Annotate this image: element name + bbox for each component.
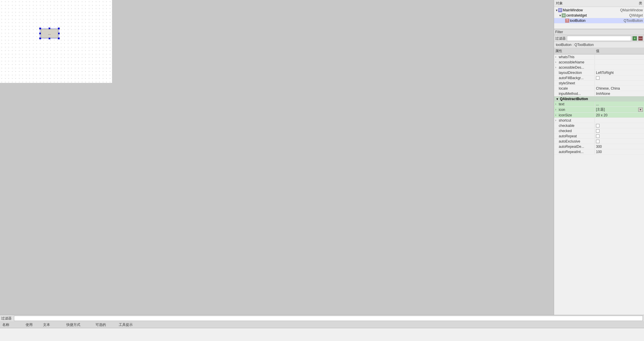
props-title: toolButton : QToolButton <box>554 42 644 48</box>
props-header: 属性 值 <box>554 48 644 54</box>
props-row-accessible-des[interactable]: › accessibleDes... <box>554 65 644 70</box>
canvas-white: ... <box>0 0 112 83</box>
props-name-text: › text <box>554 102 595 106</box>
bottom-filter-row: 过滤器 <box>0 315 644 322</box>
props-name-shortcut: › shortcut <box>554 118 595 123</box>
props-value-style-sheet <box>595 83 644 84</box>
props-row-auto-repeat-int[interactable]: autoRepeatInt... 100 <box>554 149 644 154</box>
bottom-col-text: 文本 <box>42 322 65 327</box>
checkbox-auto-repeat[interactable] <box>596 134 599 138</box>
props-name-accessible-name: › accessibleName <box>554 60 595 65</box>
bottom-filter-input[interactable] <box>14 316 643 321</box>
bottom-col-use: 使用 <box>24 322 42 327</box>
icon-edit-btn[interactable]: ▼ <box>638 108 643 112</box>
checkbox-auto-exclusive[interactable] <box>596 140 599 143</box>
bottom-table: 名称 使用 文本 快捷方式 可选的 工具提示 <box>0 322 644 341</box>
tree-icon-main-window: W <box>558 8 562 12</box>
section-label-abstract-button: QAbstractButton <box>560 97 588 101</box>
props-value-checked <box>595 129 644 133</box>
bottom-col-shortcut: 快捷方式 <box>65 322 94 327</box>
bottom-panel: 过滤器 名称 使用 文本 快捷方式 可选的 工具提示 <box>0 315 644 341</box>
canvas-area: ... <box>0 0 554 315</box>
checkbox-checkable[interactable] <box>596 124 599 127</box>
props-value-auto-exclusive <box>595 139 644 143</box>
props-value-text: ... <box>595 102 644 106</box>
tree-arrow-centralwidget: ▼ <box>559 14 562 17</box>
props-row-whats-this[interactable]: › whatsThis <box>554 54 644 60</box>
props-row-layout-direction[interactable]: layoutDirection LeftToRight <box>554 70 644 75</box>
props-name-auto-repeat-de: autoRepeatDe... <box>554 144 595 149</box>
tree-item-main-window[interactable]: ▼ W MainWindow QMainWindow <box>554 8 644 13</box>
props-value-checkable <box>595 124 644 128</box>
props-row-checkable[interactable]: checkable <box>554 123 644 128</box>
checkbox-checked[interactable] <box>596 129 599 133</box>
props-row-icon-size[interactable]: › iconSize 20 x 20 <box>554 113 644 118</box>
props-value-shortcut <box>595 120 644 121</box>
props-value-auto-repeat-de: 300 <box>595 144 644 149</box>
tree-class-main-window: QMainWindow <box>620 8 643 12</box>
object-col-object: 对象 <box>555 1 599 6</box>
bottom-header: 名称 使用 文本 快捷方式 可选的 工具提示 <box>0 322 644 328</box>
props-name-auto-repeat: autoRepeat <box>554 134 595 138</box>
props-row-shortcut[interactable]: › shortcut <box>554 118 644 123</box>
props-row-auto-repeat-de[interactable]: autoRepeatDe... 300 <box>554 144 644 149</box>
props-value-auto-fill-bgr <box>595 76 644 80</box>
props-filter-input[interactable] <box>567 36 631 41</box>
props-value-whats-this <box>595 57 644 57</box>
props-value-accessible-des <box>595 67 644 68</box>
bottom-col-tooltip: 工具提示 <box>118 322 643 327</box>
props-row-auto-fill-bgr[interactable]: autoFillBackgr... <box>554 75 644 81</box>
props-value-locale: Chinese, China <box>595 86 644 91</box>
props-name-locale: locale <box>554 86 595 91</box>
props-name-checked: checked <box>554 129 595 133</box>
tree-name-centralwidget: centralwidget <box>566 13 629 17</box>
props-row-locale[interactable]: locale Chinese, China <box>554 86 644 91</box>
props-name-whats-this: › whatsThis <box>554 55 595 59</box>
tool-button-widget[interactable]: ... <box>41 29 58 38</box>
tree-icon-toolbutton: T <box>565 19 569 23</box>
props-row-accessible-name[interactable]: › accessibleName <box>554 60 644 65</box>
props-value-auto-repeat-int: 100 <box>595 150 644 154</box>
props-value-accessible-name <box>595 62 644 63</box>
props-row-auto-repeat[interactable]: autoRepeat <box>554 134 644 139</box>
props-value-auto-repeat <box>595 134 644 138</box>
tool-button-label: ... <box>48 32 51 35</box>
right-panel: 对象 类 ▼ W MainWindow QMainWindow ▼ w cent… <box>554 0 644 315</box>
props-row-icon[interactable]: › icon [主题] ▼ <box>554 107 644 113</box>
props-filter-row: 过滤器 + — <box>554 35 644 42</box>
props-value-layout-direction: LeftToRight <box>595 70 644 75</box>
props-row-input-method[interactable]: inputMethod... ImhNone <box>554 91 644 96</box>
props-name-input-method: inputMethod... <box>554 91 595 96</box>
props-name-accessible-des: › accessibleDes... <box>554 65 595 70</box>
props-filter-remove-btn[interactable]: — <box>638 36 643 41</box>
main-area: ... 对象 类 ▼ W MainWindow QMainWindow <box>0 0 644 315</box>
props-filter-add-btn[interactable]: + <box>632 36 637 41</box>
props-value-icon-size: 20 x 20 <box>595 113 644 118</box>
object-panel-header: 对象 类 <box>554 0 644 7</box>
bottom-filter-label: 过滤器 <box>1 316 12 321</box>
props-value-icon: [主题] ▼ <box>595 107 644 112</box>
tree-arrow-main-window: ▼ <box>555 9 558 12</box>
props-filter-label: 过滤器 <box>555 36 566 41</box>
tree-name-main-window: MainWindow <box>563 8 620 12</box>
tree-name-toolbutton: toolButton <box>570 19 624 23</box>
tree-item-centralwidget[interactable]: ▼ w centralwidget QWidget <box>554 13 644 18</box>
props-row-style-sheet[interactable]: styleSheet <box>554 81 644 86</box>
object-filter-row: Filter <box>554 29 644 35</box>
bottom-col-name: 名称 <box>1 322 24 327</box>
props-name-auto-repeat-int: autoRepeatInt... <box>554 150 595 154</box>
section-abstract-button[interactable]: ▼ QAbstractButton <box>554 96 644 102</box>
bottom-col-checkable: 可选的 <box>94 322 118 327</box>
props-name-auto-fill-bgr: autoFillBackgr... <box>554 76 595 80</box>
object-filter-label: Filter <box>555 30 563 34</box>
props-row-auto-exclusive[interactable]: autoExclusive <box>554 139 644 144</box>
object-col-class: 类 <box>599 1 643 6</box>
props-row-checked[interactable]: checked <box>554 128 644 134</box>
checkbox-auto-fill-bgr[interactable] <box>596 76 599 80</box>
props-row-text[interactable]: › text ... <box>554 102 644 107</box>
tree-class-toolbutton: QToolButton <box>624 19 643 23</box>
tree-item-toolbutton[interactable]: T toolButton QToolButton <box>554 18 644 23</box>
props-value-input-method: ImhNone <box>595 91 644 96</box>
props-name-style-sheet: styleSheet <box>554 81 595 86</box>
object-panel: 对象 类 ▼ W MainWindow QMainWindow ▼ w cent… <box>554 0 644 29</box>
